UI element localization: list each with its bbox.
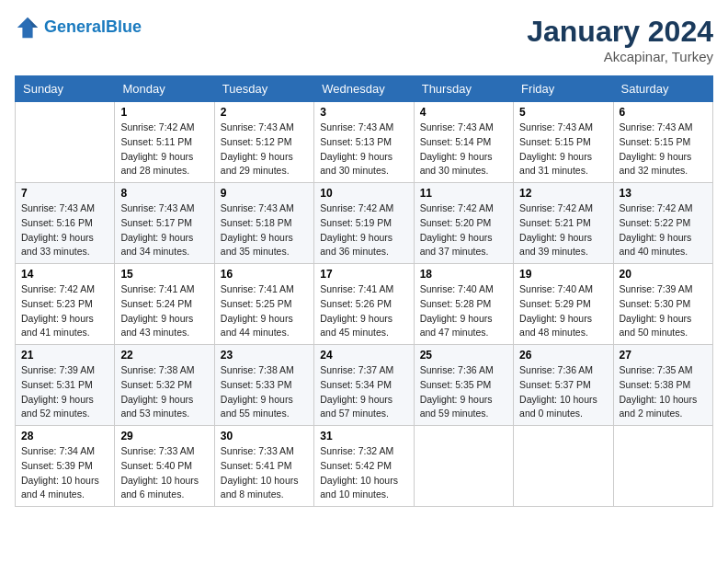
week-row-3: 14Sunrise: 7:42 AMSunset: 5:23 PMDayligh…: [16, 264, 713, 345]
header-thursday: Thursday: [414, 76, 513, 102]
day-number: 15: [120, 268, 208, 281]
calendar-cell: 30Sunrise: 7:33 AMSunset: 5:41 PMDayligh…: [214, 426, 313, 507]
header: GeneralBlue January 2024 Akcapinar, Turk…: [15, 15, 713, 64]
day-info: Sunrise: 7:35 AMSunset: 5:38 PMDaylight:…: [620, 363, 707, 421]
day-number: 11: [420, 187, 507, 200]
calendar-cell: 3Sunrise: 7:43 AMSunset: 5:13 PMDaylight…: [314, 102, 414, 183]
day-number: 19: [519, 268, 607, 281]
day-number: 10: [320, 187, 407, 200]
day-number: 28: [21, 430, 108, 442]
calendar-cell: 4Sunrise: 7:43 AMSunset: 5:14 PMDaylight…: [414, 102, 513, 183]
week-row-2: 7Sunrise: 7:43 AMSunset: 5:16 PMDaylight…: [16, 183, 713, 264]
calendar-cell: 6Sunrise: 7:43 AMSunset: 5:15 PMDaylight…: [613, 102, 712, 183]
logo-wordmark: GeneralBlue: [44, 18, 142, 37]
calendar-cell: 26Sunrise: 7:36 AMSunset: 5:37 PMDayligh…: [514, 345, 613, 426]
calendar-cell: 2Sunrise: 7:43 AMSunset: 5:12 PMDaylight…: [214, 102, 313, 183]
header-wednesday: Wednesday: [314, 76, 414, 102]
day-number: 23: [221, 349, 308, 362]
calendar-cell: 24Sunrise: 7:37 AMSunset: 5:34 PMDayligh…: [314, 345, 414, 426]
calendar-header-row: SundayMondayTuesdayWednesdayThursdayFrid…: [16, 76, 713, 102]
day-number: 31: [320, 430, 407, 442]
calendar-cell: 1Sunrise: 7:42 AMSunset: 5:11 PMDaylight…: [115, 102, 214, 183]
calendar-cell: 11Sunrise: 7:42 AMSunset: 5:20 PMDayligh…: [414, 183, 513, 264]
day-number: 16: [221, 268, 308, 281]
header-monday: Monday: [115, 76, 214, 102]
day-number: 9: [221, 187, 308, 200]
day-info: Sunrise: 7:39 AMSunset: 5:31 PMDaylight:…: [21, 363, 108, 421]
logo-general: General: [44, 17, 106, 36]
calendar-cell: 17Sunrise: 7:41 AMSunset: 5:26 PMDayligh…: [314, 264, 414, 345]
logo-text: GeneralBlue: [44, 18, 142, 37]
calendar-cell: [16, 102, 115, 183]
calendar-cell: 18Sunrise: 7:40 AMSunset: 5:28 PMDayligh…: [414, 264, 513, 345]
day-info: Sunrise: 7:41 AMSunset: 5:26 PMDaylight:…: [320, 282, 407, 340]
calendar-table: SundayMondayTuesdayWednesdayThursdayFrid…: [15, 75, 713, 507]
calendar-cell: 13Sunrise: 7:42 AMSunset: 5:22 PMDayligh…: [613, 183, 712, 264]
calendar-cell: 7Sunrise: 7:43 AMSunset: 5:16 PMDaylight…: [16, 183, 115, 264]
calendar-cell: 15Sunrise: 7:41 AMSunset: 5:24 PMDayligh…: [115, 264, 214, 345]
day-info: Sunrise: 7:43 AMSunset: 5:14 PMDaylight:…: [420, 121, 507, 178]
day-info: Sunrise: 7:43 AMSunset: 5:16 PMDaylight:…: [21, 201, 108, 259]
day-number: 18: [420, 268, 507, 281]
week-row-5: 28Sunrise: 7:34 AMSunset: 5:39 PMDayligh…: [16, 426, 713, 507]
day-number: 8: [120, 187, 208, 200]
day-number: 27: [620, 349, 707, 362]
day-info: Sunrise: 7:43 AMSunset: 5:15 PMDaylight:…: [519, 121, 607, 178]
calendar-cell: 19Sunrise: 7:40 AMSunset: 5:29 PMDayligh…: [514, 264, 613, 345]
calendar-cell: 22Sunrise: 7:38 AMSunset: 5:32 PMDayligh…: [115, 345, 214, 426]
day-number: 5: [519, 106, 607, 119]
calendar-cell: 31Sunrise: 7:32 AMSunset: 5:42 PMDayligh…: [314, 426, 414, 507]
day-info: Sunrise: 7:34 AMSunset: 5:39 PMDaylight:…: [21, 444, 108, 502]
day-number: 30: [221, 430, 308, 442]
week-row-1: 1Sunrise: 7:42 AMSunset: 5:11 PMDaylight…: [16, 102, 713, 183]
day-info: Sunrise: 7:40 AMSunset: 5:29 PMDaylight:…: [519, 282, 607, 340]
day-info: Sunrise: 7:43 AMSunset: 5:17 PMDaylight:…: [120, 201, 208, 259]
day-info: Sunrise: 7:43 AMSunset: 5:15 PMDaylight:…: [620, 121, 707, 178]
day-info: Sunrise: 7:42 AMSunset: 5:20 PMDaylight:…: [420, 201, 507, 259]
calendar-cell: 9Sunrise: 7:43 AMSunset: 5:18 PMDaylight…: [214, 183, 313, 264]
header-sunday: Sunday: [16, 76, 115, 102]
logo-blue: Blue: [106, 17, 142, 36]
day-number: 22: [120, 349, 208, 362]
day-number: 13: [620, 187, 707, 200]
day-info: Sunrise: 7:42 AMSunset: 5:22 PMDaylight:…: [620, 201, 707, 259]
day-number: 20: [620, 268, 707, 281]
calendar-cell: 20Sunrise: 7:39 AMSunset: 5:30 PMDayligh…: [613, 264, 712, 345]
calendar-cell: 14Sunrise: 7:42 AMSunset: 5:23 PMDayligh…: [16, 264, 115, 345]
day-info: Sunrise: 7:38 AMSunset: 5:32 PMDaylight:…: [120, 363, 208, 421]
month-title: January 2024: [527, 15, 713, 49]
logo: GeneralBlue: [15, 15, 142, 40]
day-number: 14: [21, 268, 108, 281]
day-number: 7: [21, 187, 108, 200]
day-number: 2: [221, 106, 308, 119]
calendar-cell: 23Sunrise: 7:38 AMSunset: 5:33 PMDayligh…: [214, 345, 313, 426]
calendar-cell: [613, 426, 712, 507]
day-info: Sunrise: 7:43 AMSunset: 5:18 PMDaylight:…: [221, 201, 308, 259]
day-info: Sunrise: 7:38 AMSunset: 5:33 PMDaylight:…: [221, 363, 308, 421]
day-info: Sunrise: 7:42 AMSunset: 5:11 PMDaylight:…: [120, 121, 208, 178]
location-title: Akcapinar, Turkey: [527, 49, 713, 64]
header-saturday: Saturday: [613, 76, 712, 102]
day-info: Sunrise: 7:40 AMSunset: 5:28 PMDaylight:…: [420, 282, 507, 340]
calendar-cell: 16Sunrise: 7:41 AMSunset: 5:25 PMDayligh…: [214, 264, 313, 345]
day-info: Sunrise: 7:37 AMSunset: 5:34 PMDaylight:…: [320, 363, 407, 421]
day-info: Sunrise: 7:41 AMSunset: 5:24 PMDaylight:…: [120, 282, 208, 340]
day-number: 26: [519, 349, 607, 362]
calendar-cell: 10Sunrise: 7:42 AMSunset: 5:19 PMDayligh…: [314, 183, 414, 264]
calendar-cell: 5Sunrise: 7:43 AMSunset: 5:15 PMDaylight…: [514, 102, 613, 183]
title-area: January 2024 Akcapinar, Turkey: [527, 15, 713, 64]
day-info: Sunrise: 7:42 AMSunset: 5:19 PMDaylight:…: [320, 201, 407, 259]
day-info: Sunrise: 7:41 AMSunset: 5:25 PMDaylight:…: [221, 282, 308, 340]
day-number: 4: [420, 106, 507, 119]
day-info: Sunrise: 7:42 AMSunset: 5:21 PMDaylight:…: [519, 201, 607, 259]
day-number: 21: [21, 349, 108, 362]
day-number: 1: [120, 106, 208, 119]
logo-icon: [15, 15, 40, 40]
day-info: Sunrise: 7:33 AMSunset: 5:40 PMDaylight:…: [120, 444, 208, 502]
day-number: 3: [320, 106, 407, 119]
day-number: 6: [620, 106, 707, 119]
day-info: Sunrise: 7:42 AMSunset: 5:23 PMDaylight:…: [21, 282, 108, 340]
calendar-cell: [414, 426, 513, 507]
day-number: 24: [320, 349, 407, 362]
week-row-4: 21Sunrise: 7:39 AMSunset: 5:31 PMDayligh…: [16, 345, 713, 426]
